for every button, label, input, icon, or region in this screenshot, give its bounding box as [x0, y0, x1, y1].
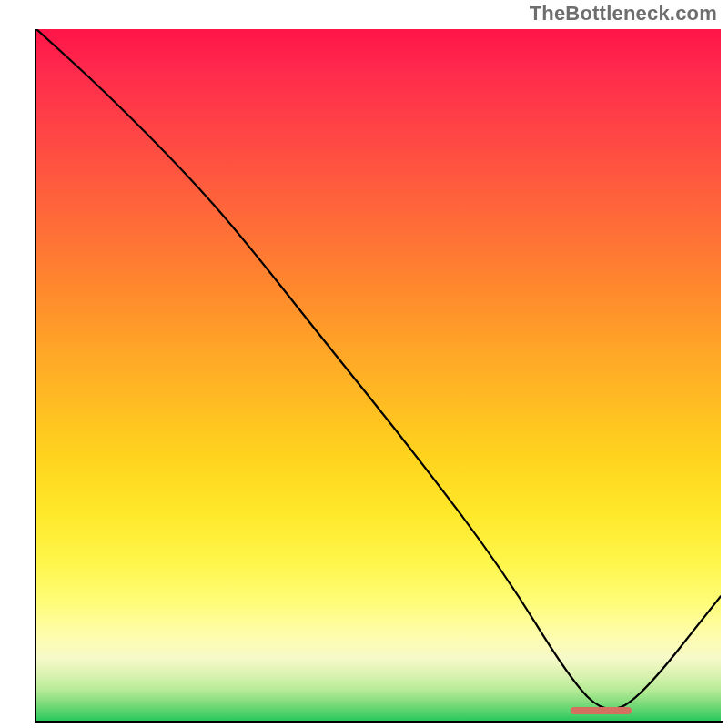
- watermark-text: TheBottleneck.com: [530, 2, 717, 25]
- optimal-range-marker: [571, 707, 632, 714]
- chart-canvas: TheBottleneck.com: [0, 0, 728, 728]
- x-axis-line: [35, 721, 723, 723]
- plot-area: [36, 29, 721, 721]
- bottleneck-curve: [36, 29, 721, 721]
- y-axis-line: [35, 29, 36, 721]
